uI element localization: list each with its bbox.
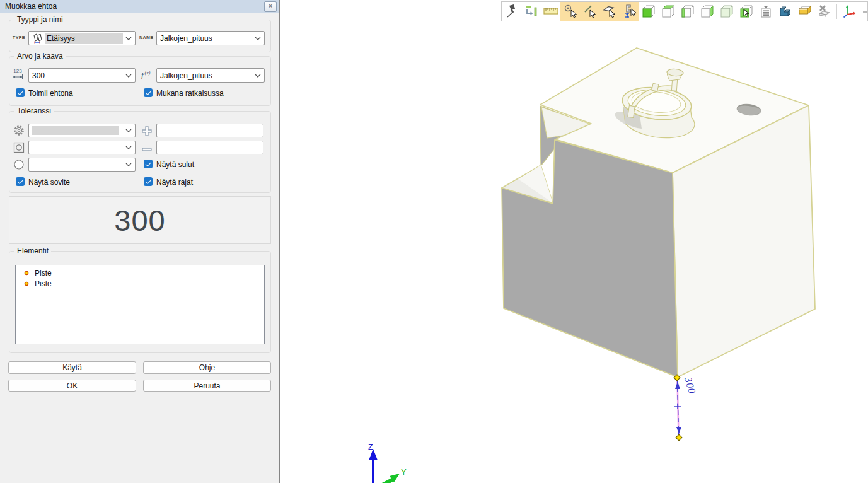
show-limits-label: Näytä rajat bbox=[156, 178, 193, 187]
chevron-down-icon bbox=[255, 37, 261, 40]
ok-button[interactable]: OK bbox=[8, 380, 136, 392]
tolerance-class-selection bbox=[32, 126, 119, 135]
plus-tolerance-icon bbox=[141, 124, 153, 138]
list-item-label: Piste bbox=[35, 279, 52, 288]
toolbar-separator bbox=[836, 4, 837, 19]
formula-select-value: Jalkojen_pituus bbox=[160, 71, 212, 80]
formula-select[interactable]: Jalkojen_pituus bbox=[156, 68, 265, 83]
point-bullet-icon bbox=[24, 281, 29, 286]
view-right-face-icon[interactable] bbox=[697, 2, 717, 21]
delete-body-icon[interactable] bbox=[814, 2, 834, 21]
value-preview: 300 bbox=[114, 203, 165, 238]
chevron-down-icon bbox=[125, 129, 132, 132]
value-input-value: 300 bbox=[32, 71, 45, 80]
show-limits-checkbox[interactable] bbox=[144, 177, 153, 186]
value-preview-panel: 300 bbox=[9, 196, 271, 244]
list-item[interactable]: Piste bbox=[16, 267, 264, 278]
elements-legend: Elementit bbox=[14, 247, 51, 255]
included-in-solve-checkbox[interactable] bbox=[144, 88, 153, 97]
view-top-face-icon[interactable] bbox=[658, 2, 678, 21]
acts-as-constraint-checkbox[interactable] bbox=[16, 88, 25, 97]
dialog-titlebar[interactable]: Muokkaa ehtoa × bbox=[0, 0, 279, 13]
help-button[interactable]: Ohje bbox=[143, 361, 271, 374]
upper-tolerance-input[interactable] bbox=[156, 124, 263, 137]
ruler-icon[interactable] bbox=[541, 2, 560, 21]
clamp-hinge-mid bbox=[652, 83, 659, 91]
chevron-down-icon bbox=[125, 163, 132, 166]
name-label: NAME bbox=[139, 35, 153, 40]
dimension-arrow-top bbox=[675, 381, 680, 389]
pin-icon[interactable] bbox=[502, 2, 521, 21]
edit-constraint-dialog: Muokkaa ehtoa × Tyyppi ja nimi TYPE Etäi… bbox=[0, 0, 280, 483]
fit-select[interactable] bbox=[28, 141, 136, 154]
dimension-mid-cross[interactable] bbox=[674, 404, 681, 409]
handle-post bbox=[671, 79, 677, 91]
open-box-icon[interactable] bbox=[795, 2, 814, 21]
select-point-icon[interactable] bbox=[560, 2, 580, 21]
formula-fx-icon: ƒ(x) bbox=[141, 70, 150, 80]
tolerance-legend: Toleranssi bbox=[14, 107, 54, 115]
chevron-down-icon bbox=[255, 74, 261, 78]
dimension-label[interactable]: 300 bbox=[683, 375, 698, 395]
clipped-toolbar-icon bbox=[863, 11, 867, 13]
axes-triad-icon[interactable] bbox=[840, 2, 859, 21]
measure-offset-icon[interactable] bbox=[521, 2, 541, 21]
name-select-value: Jalkojen_pituus bbox=[160, 34, 212, 43]
clamp-hinge-left bbox=[628, 106, 635, 118]
toolbar-active-group bbox=[560, 2, 639, 21]
view-left-face-icon[interactable] bbox=[678, 2, 697, 21]
dimension-arrow-bottom bbox=[676, 427, 681, 434]
point-bullet-icon bbox=[24, 271, 29, 276]
lower-tolerance-input[interactable] bbox=[156, 141, 263, 154]
apply-button[interactable]: Käytä bbox=[8, 361, 136, 374]
close-icon[interactable]: × bbox=[264, 1, 277, 12]
dialog-title: Muokkaa ehtoa bbox=[5, 2, 57, 11]
view-shaded-icon[interactable] bbox=[717, 2, 736, 21]
view-solid-green-icon[interactable] bbox=[639, 2, 658, 21]
type-label: TYPE bbox=[13, 35, 25, 40]
gear-icon bbox=[13, 124, 25, 137]
chevron-down-icon bbox=[125, 37, 132, 40]
minus-tolerance-icon bbox=[141, 143, 153, 156]
y-axis-label: Y bbox=[401, 467, 407, 477]
model-body[interactable] bbox=[502, 48, 815, 377]
list-item-label: Piste bbox=[35, 269, 52, 277]
svg-text:123: 123 bbox=[13, 68, 22, 74]
show-fit-checkbox[interactable] bbox=[16, 177, 25, 186]
viewport-toolbar bbox=[501, 1, 868, 21]
type-select-value: Etäisyys bbox=[45, 33, 123, 44]
select-face-icon[interactable] bbox=[736, 2, 756, 21]
select-profile-icon[interactable] bbox=[619, 2, 639, 21]
select-line-icon[interactable] bbox=[580, 2, 599, 21]
included-in-solve-label: Mukana ratkaisussa bbox=[156, 89, 224, 98]
z-axis-label: Z bbox=[368, 442, 373, 451]
deviation-circle-icon bbox=[13, 158, 25, 172]
list-item[interactable]: Piste bbox=[16, 278, 264, 289]
value-formula-legend: Arvo ja kaava bbox=[14, 52, 66, 61]
deviation-select[interactable] bbox=[28, 158, 136, 172]
type-select[interactable]: Etäisyys bbox=[28, 31, 136, 45]
feature-list-icon[interactable] bbox=[756, 2, 775, 21]
chevron-down-icon bbox=[125, 146, 132, 149]
numeric-dimension-icon: 123 bbox=[11, 67, 24, 81]
type-name-legend: Tyyppi ja nimi bbox=[14, 15, 66, 24]
fit-tolerance-icon bbox=[13, 141, 25, 154]
chevron-down-icon bbox=[125, 74, 132, 78]
dimension-point-bottom[interactable] bbox=[676, 434, 682, 441]
acts-as-constraint-label: Toimii ehtona bbox=[28, 89, 73, 98]
solid-body-icon[interactable] bbox=[775, 2, 795, 21]
tolerance-class-select[interactable] bbox=[28, 124, 136, 137]
select-plane-icon[interactable] bbox=[599, 2, 619, 21]
dimension-annotation[interactable]: 300 bbox=[674, 375, 698, 441]
show-brackets-checkbox[interactable] bbox=[144, 160, 153, 168]
value-input[interactable]: 300 bbox=[28, 68, 136, 83]
show-brackets-label: Näytä sulut bbox=[156, 160, 194, 169]
cancel-button[interactable]: Peruuta bbox=[143, 380, 271, 392]
show-fit-label: Näytä sovite bbox=[28, 178, 70, 187]
name-select[interactable]: Jalkojen_pituus bbox=[156, 31, 265, 45]
distance-type-icon bbox=[32, 33, 43, 44]
elements-listbox[interactable]: Piste Piste bbox=[15, 265, 265, 344]
world-axes: Z Y bbox=[368, 442, 407, 483]
